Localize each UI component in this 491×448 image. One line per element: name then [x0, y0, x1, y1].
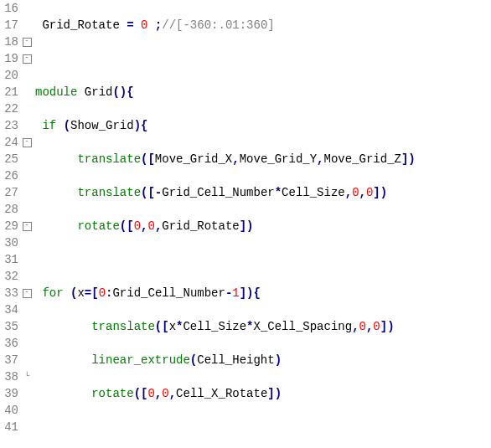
line-number: 33 — [0, 285, 18, 301]
fold-marker[interactable]: - — [22, 33, 32, 50]
fold-marker — [22, 201, 32, 218]
line-number: 19 — [0, 50, 18, 67]
fold-marker — [22, 251, 32, 268]
code-line[interactable]: module Grid(){ — [35, 84, 491, 100]
line-number: 25 — [0, 151, 18, 167]
line-number: 18 — [0, 33, 18, 50]
line-number: 28 — [0, 201, 18, 218]
fold-marker — [22, 184, 32, 201]
fold-marker — [22, 352, 32, 368]
line-number: 30 — [0, 234, 18, 251]
code-line[interactable]: translate([-Grid_Cell_Number*Cell_Size,0… — [35, 184, 491, 201]
fold-marker — [22, 335, 32, 352]
line-number: 40 — [0, 402, 18, 419]
line-number: 27 — [0, 184, 18, 201]
line-number: 17 — [0, 17, 18, 33]
line-number: 29 — [0, 218, 18, 234]
line-number: 41 — [0, 419, 18, 435]
fold-marker — [22, 301, 32, 318]
line-number: 21 — [0, 84, 18, 100]
line-number: 26 — [0, 167, 18, 184]
line-number: 20 — [0, 67, 18, 84]
fold-gutter[interactable]: -----└ — [22, 0, 32, 448]
fold-marker — [22, 167, 32, 184]
code-line[interactable]: rotate([0,0,Cell_X_Rotate]) — [35, 385, 491, 402]
line-number: 36 — [0, 335, 18, 352]
code-line[interactable]: if (Show_Grid){ — [35, 117, 491, 134]
line-number: 32 — [0, 268, 18, 285]
line-number: 31 — [0, 251, 18, 268]
code-area[interactable]: Grid_Rotate = 0 ;//[-360:.01:360] module… — [32, 0, 491, 448]
code-line[interactable] — [35, 251, 491, 268]
fold-marker — [22, 318, 32, 335]
line-number: 22 — [0, 100, 18, 117]
line-number: 23 — [0, 117, 18, 134]
fold-marker — [22, 17, 32, 33]
fold-marker — [22, 67, 32, 84]
fold-marker — [22, 419, 32, 435]
fold-marker — [22, 402, 32, 419]
fold-marker — [22, 117, 32, 134]
code-line[interactable]: for (x=[0:Grid_Cell_Number-1]){ — [35, 285, 491, 301]
code-line[interactable]: translate([Move_Grid_X,Move_Grid_Y,Move_… — [35, 151, 491, 167]
line-number: 37 — [0, 352, 18, 368]
fold-marker — [22, 100, 32, 117]
fold-marker[interactable]: - — [22, 50, 32, 67]
fold-marker[interactable]: └ — [22, 368, 32, 385]
line-number: 34 — [0, 301, 18, 318]
code-line[interactable] — [35, 50, 491, 67]
code-line[interactable]: rotate([0,0,Grid_Rotate]) — [35, 218, 491, 234]
fold-marker[interactable]: - — [22, 134, 32, 151]
code-line[interactable] — [35, 419, 491, 435]
code-editor[interactable]: 1617181920212223242526272829303132333435… — [0, 0, 491, 448]
fold-marker — [22, 0, 32, 17]
fold-marker — [22, 84, 32, 100]
fold-marker — [22, 385, 32, 402]
line-number: 39 — [0, 385, 18, 402]
line-number: 24 — [0, 134, 18, 151]
fold-marker — [22, 151, 32, 167]
line-number: 38 — [0, 368, 18, 385]
fold-marker[interactable]: - — [22, 285, 32, 301]
line-number-gutter: 1617181920212223242526272829303132333435… — [0, 0, 22, 448]
line-number: 35 — [0, 318, 18, 335]
code-line[interactable]: linear_extrude(Cell_Height) — [35, 352, 491, 368]
line-number: 16 — [0, 0, 18, 17]
fold-marker — [22, 268, 32, 285]
fold-marker — [22, 234, 32, 251]
code-line[interactable]: translate([x*Cell_Size*X_Cell_Spacing,0,… — [35, 318, 491, 335]
fold-marker[interactable]: - — [22, 218, 32, 234]
code-line[interactable]: Grid_Rotate = 0 ;//[-360:.01:360] — [35, 17, 491, 33]
